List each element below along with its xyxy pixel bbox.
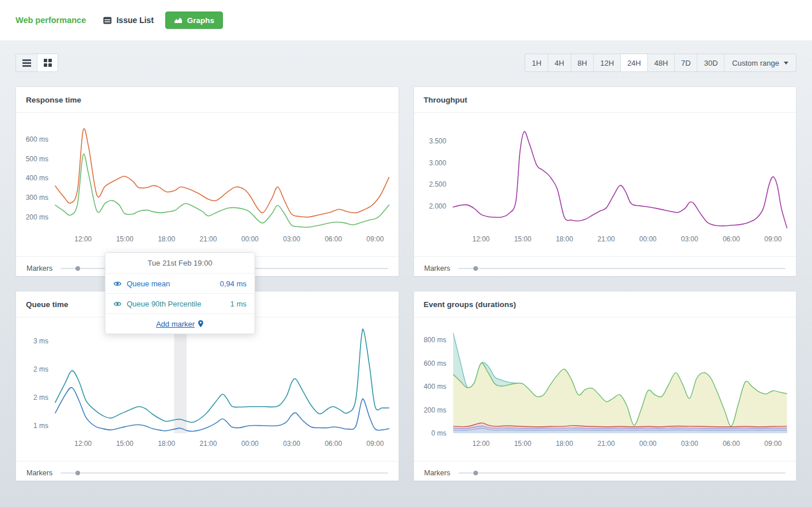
- x-tick-label: 15:00: [514, 235, 531, 243]
- y-tick-label: 2 ms: [33, 394, 48, 402]
- x-tick-label: 03:00: [283, 235, 300, 243]
- y-tick-label: 3 ms: [33, 337, 48, 345]
- y-tick-label: 400 ms: [423, 383, 446, 391]
- issue-list-label: Issue List: [116, 16, 154, 25]
- markers-row: Markers: [414, 461, 796, 484]
- marker-dot[interactable]: [75, 266, 80, 271]
- range-button-24H[interactable]: 24H: [620, 54, 647, 71]
- y-tick-label: 2 ms: [33, 365, 48, 373]
- x-tick-label: 12:00: [74, 440, 92, 448]
- x-tick-label: 15:00: [116, 440, 134, 448]
- list-view-icon: [22, 59, 31, 61]
- marker-dot[interactable]: [473, 266, 478, 271]
- chevron-down-icon: [784, 62, 788, 65]
- markers-label: Markers: [26, 469, 52, 477]
- response-upper-line: [55, 128, 389, 217]
- response-time-chart[interactable]: 600 ms500 ms400 ms300 ms200 ms12:0015:00…: [16, 113, 399, 256]
- panel-throughput: Throughput 3.5003.0002.5002.00012:0015:0…: [413, 86, 797, 277]
- nav-issue-list[interactable]: Issue List: [103, 16, 154, 25]
- y-tick-label: 3.000: [428, 159, 446, 167]
- range-button-7D[interactable]: 7D: [674, 54, 697, 71]
- panel-event-groups: Event groups (durations) 800 ms600 ms400…: [413, 291, 797, 481]
- x-tick-label: 15:00: [514, 440, 531, 448]
- response-time-svg: 600 ms500 ms400 ms300 ms200 ms12:0015:00…: [16, 116, 399, 254]
- x-tick-label: 12:00: [472, 235, 490, 243]
- hover-highlight-band: [174, 326, 187, 433]
- markers-label: Markers: [26, 264, 52, 273]
- tooltip-row-queue-mean: Queue mean 0,94 ms: [105, 274, 255, 294]
- tooltip-date: Tue 21st Feb 19:00: [105, 253, 255, 274]
- app-title[interactable]: Web performance: [16, 16, 86, 25]
- response-lower-line: [55, 154, 389, 227]
- x-tick-label: 09:00: [764, 235, 781, 243]
- x-tick-label: 12:00: [74, 235, 92, 243]
- y-tick-label: 0 ms: [431, 429, 446, 437]
- y-tick-label: 1 ms: [33, 422, 48, 430]
- range-button-8H[interactable]: 8H: [571, 54, 594, 71]
- panel-response-time: Response time 600 ms500 ms400 ms300 ms20…: [16, 86, 399, 277]
- eye-icon[interactable]: [113, 301, 122, 307]
- range-button-12H[interactable]: 12H: [593, 54, 620, 71]
- queue-time-chart[interactable]: 3 ms2 ms2 ms1 ms12:0015:0018:0021:0000:0…: [16, 317, 399, 461]
- queue-time-svg: 3 ms2 ms2 ms1 ms12:0015:0018:0021:0000:0…: [16, 320, 399, 459]
- x-tick-label: 09:00: [366, 440, 384, 448]
- custom-range-label: Custom range: [732, 59, 779, 67]
- graphs-chart-icon: [174, 17, 183, 24]
- view-toggle-group: [16, 54, 58, 72]
- range-button-30D[interactable]: 30D: [697, 54, 724, 71]
- throughput-chart[interactable]: 3.5003.0002.5002.00012:0015:0018:0021:00…: [414, 113, 796, 256]
- range-button-1H[interactable]: 1H: [525, 54, 548, 71]
- range-button-4H[interactable]: 4H: [548, 54, 571, 71]
- x-tick-label: 21:00: [200, 235, 217, 243]
- marker-dot[interactable]: [473, 471, 478, 475]
- x-tick-label: 06:00: [325, 235, 342, 243]
- y-tick-label: 600 ms: [26, 135, 48, 143]
- markers-slider[interactable]: [60, 472, 388, 474]
- issue-list-icon: [103, 17, 112, 24]
- y-tick-label: 800 ms: [423, 336, 446, 344]
- custom-range-button[interactable]: Custom range: [724, 54, 796, 71]
- grid-view-icon: [44, 59, 52, 67]
- y-tick-label: 500 ms: [26, 155, 48, 163]
- x-tick-label: 18:00: [158, 440, 175, 448]
- x-tick-label: 00:00: [639, 440, 657, 448]
- grid-view-button[interactable]: [37, 54, 58, 71]
- x-tick-label: 21:00: [200, 440, 217, 448]
- add-marker-link[interactable]: Add marker: [156, 320, 195, 328]
- y-tick-label: 2.500: [428, 180, 446, 188]
- eye-icon[interactable]: [113, 281, 122, 287]
- throughput-line: [453, 131, 787, 228]
- list-view-button[interactable]: [16, 54, 37, 71]
- x-tick-label: 12:00: [472, 440, 490, 448]
- panel-title: Throughput: [414, 87, 796, 113]
- x-tick-label: 18:00: [556, 440, 573, 448]
- band-yellow-area: [453, 363, 787, 433]
- y-tick-label: 3.500: [428, 137, 446, 145]
- queue-90th-percentile-line: [55, 329, 389, 422]
- x-tick-label: 00:00: [639, 235, 657, 243]
- range-button-48H[interactable]: 48H: [647, 54, 674, 71]
- x-tick-label: 06:00: [722, 440, 739, 448]
- markers-label: Markers: [424, 264, 450, 273]
- throughput-svg: 3.5003.0002.5002.00012:0015:0018:0021:00…: [414, 116, 796, 254]
- markers-slider[interactable]: [458, 472, 786, 474]
- x-tick-label: 03:00: [283, 440, 300, 448]
- markers-slider[interactable]: [458, 268, 786, 269]
- event-groups-chart[interactable]: 800 ms600 ms400 ms200 ms0 ms12:0015:0018…: [414, 317, 796, 461]
- x-tick-label: 21:00: [597, 235, 614, 243]
- y-tick-label: 200 ms: [423, 406, 446, 414]
- tooltip-series-value: 1 ms: [230, 300, 246, 308]
- x-tick-label: 09:00: [366, 235, 384, 243]
- x-tick-label: 18:00: [158, 235, 175, 243]
- x-tick-label: 00:00: [241, 440, 259, 448]
- marker-dot[interactable]: [75, 471, 80, 475]
- x-tick-label: 06:00: [325, 440, 342, 448]
- graphs-label: Graphs: [187, 16, 214, 25]
- x-tick-label: 03:00: [681, 235, 698, 243]
- nav-graphs-button[interactable]: Graphs: [165, 12, 223, 29]
- panel-title: Event groups (durations): [414, 292, 796, 317]
- tooltip-series-value: 0,94 ms: [220, 279, 246, 288]
- y-tick-label: 300 ms: [26, 194, 48, 202]
- markers-label: Markers: [424, 469, 450, 477]
- chart-tooltip: Tue 21st Feb 19:00 Queue mean 0,94 ms Qu…: [105, 252, 255, 334]
